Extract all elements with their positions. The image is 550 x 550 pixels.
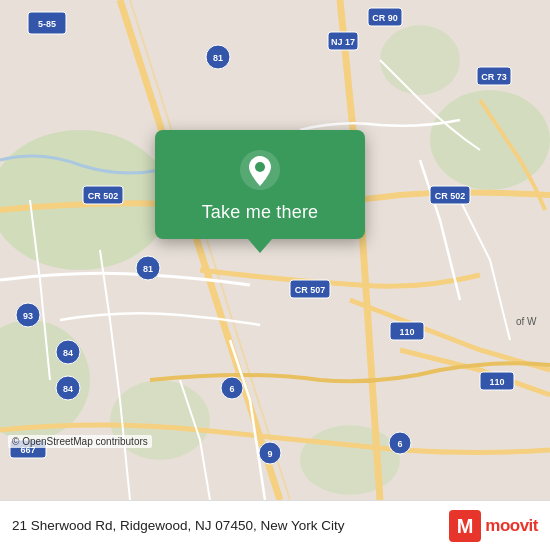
- svg-text:5-85: 5-85: [38, 19, 56, 29]
- moovit-brand-text: moovit: [485, 516, 538, 536]
- bottom-bar: 21 Sherwood Rd, Ridgewood, NJ 07450, New…: [0, 500, 550, 550]
- svg-text:110: 110: [399, 327, 414, 337]
- osm-attribution: © OpenStreetMap contributors: [8, 435, 152, 448]
- svg-text:CR 502: CR 502: [435, 191, 466, 201]
- address-text: 21 Sherwood Rd, Ridgewood, NJ 07450, New…: [12, 517, 449, 535]
- svg-point-6: [300, 425, 400, 495]
- svg-text:110: 110: [489, 377, 504, 387]
- svg-text:9: 9: [267, 449, 272, 459]
- svg-text:CR 507: CR 507: [295, 285, 326, 295]
- svg-text:6: 6: [397, 439, 402, 449]
- svg-text:CR 90: CR 90: [372, 13, 398, 23]
- svg-text:CR 502: CR 502: [88, 191, 119, 201]
- moovit-logo: M moovit: [449, 510, 538, 542]
- svg-point-5: [380, 25, 460, 95]
- svg-text:84: 84: [63, 348, 73, 358]
- popup-card[interactable]: Take me there: [155, 130, 365, 239]
- svg-text:81: 81: [143, 264, 153, 274]
- svg-text:NJ 17: NJ 17: [331, 37, 355, 47]
- svg-text:81: 81: [213, 53, 223, 63]
- map-svg: 5-85 81 CR 90 NJ 17 CR 73 CR 502 CR 502 …: [0, 0, 550, 500]
- svg-text:CR 73: CR 73: [481, 72, 507, 82]
- svg-text:M: M: [457, 515, 474, 537]
- svg-point-45: [255, 162, 265, 172]
- take-me-there-button[interactable]: Take me there: [202, 202, 319, 223]
- moovit-icon: M: [449, 510, 481, 542]
- map-container: 5-85 81 CR 90 NJ 17 CR 73 CR 502 CR 502 …: [0, 0, 550, 500]
- location-pin-icon: [238, 148, 282, 192]
- svg-text:84: 84: [63, 384, 73, 394]
- svg-point-4: [430, 90, 550, 190]
- svg-text:of W: of W: [516, 316, 537, 327]
- svg-text:6: 6: [229, 384, 234, 394]
- svg-text:93: 93: [23, 311, 33, 321]
